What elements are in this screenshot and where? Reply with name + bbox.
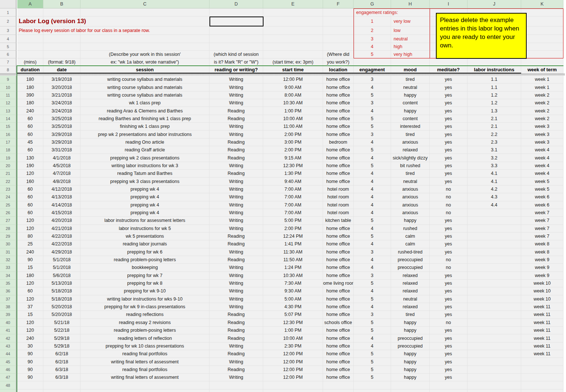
cell[interactable]: week 11 <box>521 311 563 319</box>
cell[interactable]: 5 <box>354 280 391 287</box>
cell[interactable]: home office <box>323 170 354 177</box>
cell[interactable]: reading labor journals <box>80 240 209 248</box>
cell[interactable]: 120 <box>17 170 43 177</box>
cell[interactable] <box>209 35 263 43</box>
row-header-43[interactable]: 43 <box>0 342 17 350</box>
cell[interactable] <box>263 26 323 35</box>
cell[interactable]: anxious <box>391 139 430 146</box>
column-header-i[interactable]: I <box>430 0 468 8</box>
cell[interactable] <box>521 381 563 389</box>
cell[interactable]: no <box>430 193 468 201</box>
cell[interactable]: Writing <box>209 83 263 91</box>
cell[interactable]: week 7 <box>521 233 563 240</box>
cell[interactable]: prepping wk 2 class presentations <box>80 154 209 162</box>
cell[interactable]: 7:30 AM <box>263 280 323 287</box>
cell[interactable]: 4/15/2018 <box>43 209 80 217</box>
cell[interactable]: 30 <box>17 342 43 350</box>
cell[interactable]: 9:40 AM <box>263 177 323 185</box>
cell[interactable] <box>323 8 354 17</box>
cell[interactable] <box>43 35 80 43</box>
cell[interactable]: week 11 <box>521 319 563 327</box>
cell[interactable] <box>468 319 521 327</box>
cell[interactable]: yes <box>430 177 468 185</box>
cell[interactable]: Writing <box>209 374 263 381</box>
cell[interactable]: (which kind of session <box>209 51 263 58</box>
cell[interactable]: 5/18/2018 <box>43 295 80 303</box>
cell[interactable]: 5 <box>354 374 391 381</box>
header-mood[interactable]: mood <box>391 66 430 73</box>
cell[interactable] <box>521 389 563 392</box>
cell[interactable]: neutral <box>391 35 430 43</box>
cell[interactable]: (Where did <box>323 51 354 58</box>
cell[interactable]: 4 <box>354 240 391 248</box>
cell[interactable]: home office <box>323 374 354 381</box>
cell[interactable]: happy <box>391 91 430 99</box>
cell[interactable]: 1:30 PM <box>263 170 323 177</box>
cell[interactable]: Writing <box>209 123 263 130</box>
cell[interactable]: yes <box>430 170 468 177</box>
cell[interactable]: Writing <box>209 76 263 83</box>
header-date[interactable]: date <box>43 66 80 73</box>
cell[interactable]: 4/7/2018 <box>43 170 80 177</box>
cell[interactable]: 4 <box>354 264 391 271</box>
cell[interactable]: anxious <box>391 209 430 217</box>
cell[interactable] <box>521 51 563 58</box>
cell[interactable] <box>80 35 209 43</box>
cell[interactable]: Writing <box>209 193 263 201</box>
row-header-41[interactable]: 41 <box>0 327 17 334</box>
cell[interactable]: 5/1/2018 <box>43 256 80 264</box>
cell[interactable]: (start time; ex: 3pm) <box>263 58 323 66</box>
cell[interactable]: Reading <box>209 240 263 248</box>
cell[interactable]: writing course syllabus and materials <box>80 76 209 83</box>
cell[interactable]: preoccupied <box>391 342 430 350</box>
cell[interactable]: 4 <box>354 170 391 177</box>
cell[interactable]: 12:00 PM <box>263 374 323 381</box>
cell[interactable] <box>209 8 263 17</box>
row-header-22[interactable]: 22 <box>0 177 17 185</box>
cell[interactable]: reading final portfolios <box>80 366 209 374</box>
cell[interactable]: happy <box>391 319 430 327</box>
cell[interactable]: 4/1/2018 <box>43 154 80 162</box>
cell[interactable]: 3/29/2018 <box>43 130 80 138</box>
row-header-8[interactable]: 8 <box>0 66 17 73</box>
row-header-28[interactable]: 28 <box>0 225 17 233</box>
cell[interactable]: 3.3 <box>468 162 521 170</box>
cell[interactable] <box>391 58 430 66</box>
cell[interactable]: week 3 <box>521 130 563 138</box>
cell[interactable]: 4.1 <box>468 177 521 185</box>
cell[interactable]: 90 <box>17 374 43 381</box>
cell[interactable]: 2.2 <box>468 130 521 138</box>
cell[interactable]: home office <box>323 225 354 233</box>
header-meditate-[interactable]: meditate? <box>430 66 468 73</box>
note-box[interactable]: Please delete the example entries in thi… <box>436 13 527 59</box>
cell[interactable]: week 10 <box>521 295 563 303</box>
cell[interactable]: 3/25/2018 <box>43 123 80 130</box>
cell[interactable]: week 9 <box>521 256 563 264</box>
cell[interactable]: 60 <box>17 130 43 138</box>
cell[interactable] <box>323 43 354 51</box>
cell[interactable]: 120 <box>17 217 43 224</box>
cell[interactable]: calm <box>391 233 430 240</box>
cell[interactable] <box>468 295 521 303</box>
cell[interactable]: 5:00 AM <box>263 295 323 303</box>
cell[interactable]: writing course syllabus and materials <box>80 91 209 99</box>
cell[interactable]: hotel room <box>323 201 354 209</box>
cell[interactable]: yes <box>430 107 468 115</box>
row-header-29[interactable]: 29 <box>0 233 17 240</box>
cell[interactable]: kitchen table <box>323 217 354 224</box>
cell[interactable]: reading Arao & Clemens and Barthes <box>80 107 209 115</box>
cell[interactable]: 5 <box>354 146 391 154</box>
row-header-2[interactable]: 2 <box>0 17 17 26</box>
cell[interactable]: home office <box>323 342 354 350</box>
cell[interactable]: Reading <box>209 327 263 334</box>
cell[interactable]: yes <box>430 334 468 342</box>
cell[interactable]: relaxed <box>391 303 430 311</box>
cell[interactable] <box>468 287 521 295</box>
cell[interactable]: tired <box>391 311 430 319</box>
cell[interactable]: prepping wk 4 <box>80 209 209 217</box>
cell[interactable]: 9:15 AM <box>263 154 323 162</box>
cell[interactable]: 12:00 PM <box>263 350 323 358</box>
cell[interactable]: 4/12/2018 <box>43 186 80 193</box>
cell[interactable]: 90 <box>17 350 43 358</box>
cell[interactable] <box>468 209 521 217</box>
